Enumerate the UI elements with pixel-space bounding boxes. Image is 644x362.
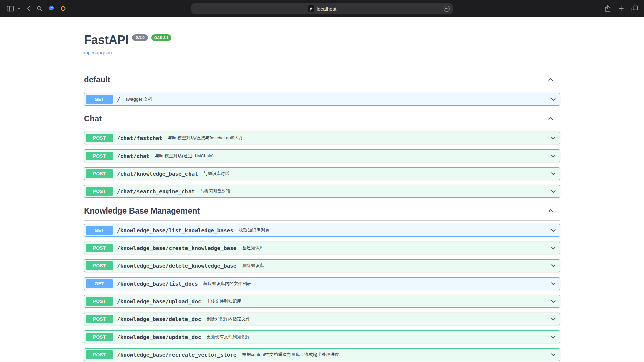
expand-endpoint-icon <box>550 245 557 251</box>
endpoint-path: /knowledge_base/create_knowledge_base <box>117 245 236 251</box>
endpoint-path: /knowledge_base/delete_knowledge_base <box>117 263 236 269</box>
orange-ring-extension-icon <box>60 6 66 11</box>
method-badge: POST <box>86 187 113 196</box>
expand-endpoint-icon <box>550 316 557 322</box>
endpoint-post-chat-search-engine-chat[interactable]: POST/chat/search_engine_chat与搜索引擎对话 <box>84 185 560 198</box>
method-badge: GET <box>86 95 113 104</box>
endpoint-path: /knowledge_base/list_knowledge_bases <box>117 227 233 234</box>
expand-endpoint-icon <box>550 188 557 195</box>
tag-section-knowledge-base-management: Knowledge Base ManagementGET/knowledge_b… <box>84 203 560 361</box>
chevron-down-icon <box>17 7 21 10</box>
endpoint-path: /chat/fastchat <box>117 135 162 141</box>
endpoint-description: 删除知识库内指定文件 <box>206 316 250 322</box>
expand-endpoint-icon <box>550 170 557 177</box>
method-badge: POST <box>86 261 113 270</box>
endpoint-post-chat-chat[interactable]: POST/chat/chat与llm模型对话(通过LLMChain) <box>84 149 560 162</box>
tag-section-default: defaultGET/swagger 文档 <box>84 72 560 106</box>
endpoint-description: 上传文件到知识库 <box>206 298 241 304</box>
method-badge: POST <box>86 297 113 306</box>
section-title: Chat <box>84 114 102 123</box>
endpoint-path: /knowledge_base/upload_doc <box>117 298 201 305</box>
operations-list: POST/chat/fastchat与llm模型对话(直接与fastchat a… <box>84 128 560 198</box>
endpoint-description: 创建知识库 <box>242 245 264 251</box>
toolbar-left-group <box>0 4 67 13</box>
endpoint-path: /knowledge_base/recreate_vector_store <box>117 352 236 358</box>
content-wrapper: FastAPI 0.1.0 OAS 3.1 /openapi.json defa… <box>77 33 567 361</box>
tab-overview-button[interactable] <box>630 4 639 13</box>
api-title-text: FastAPI <box>84 33 129 47</box>
collapse-section-icon <box>547 115 554 122</box>
method-badge: POST <box>86 152 113 160</box>
endpoint-post-chat-fastchat[interactable]: POST/chat/fastchat与llm模型对话(直接与fastchat a… <box>84 132 560 144</box>
endpoint-get-knowledge-base-list-docs[interactable]: GET/knowledge_base/list_docs获取知识库内的文件列表 <box>84 277 560 290</box>
chevron-left-icon <box>27 6 31 12</box>
site-favicon-icon <box>308 5 314 12</box>
browser-toolbar: localhost <box>0 0 644 17</box>
operations-list: GET/swagger 文档 <box>84 89 560 106</box>
endpoint-post-knowledge-base-create-knowledge-base[interactable]: POST/knowledge_base/create_knowledge_bas… <box>84 242 560 254</box>
endpoint-description: 根据content中文档重建向量库，流式输出处理进度。 <box>242 352 343 358</box>
page-settings-icon[interactable] <box>443 5 450 12</box>
openapi-spec-link[interactable]: /openapi.json <box>84 50 112 55</box>
collapse-section-icon <box>547 76 554 83</box>
endpoint-post-knowledge-base-recreate-vector-store[interactable]: POST/knowledge_base/recreate_vector_stor… <box>84 348 560 361</box>
expand-endpoint-icon <box>550 280 557 287</box>
endpoint-description: 与知识库对话 <box>203 171 229 177</box>
endpoint-get-knowledge-base-list-knowledge-bases[interactable]: GET/knowledge_base/list_knowledge_bases获… <box>84 224 560 237</box>
address-bar[interactable]: localhost <box>191 3 453 14</box>
endpoint-description: 与llm模型对话(通过LLMChain) <box>155 153 214 159</box>
method-badge: POST <box>86 350 113 359</box>
endpoint-description: 与搜索引擎对话 <box>200 188 230 194</box>
endpoint-path: /knowledge_base/delete_doc <box>117 316 201 322</box>
endpoint-post-knowledge-base-update-doc[interactable]: POST/knowledge_base/update_doc更新现有文件到知识库 <box>84 330 560 343</box>
tag-section-chat: ChatPOST/chat/fastchat与llm模型对话(直接与fastch… <box>84 111 560 198</box>
operations-list: GET/knowledge_base/list_knowledge_bases获… <box>84 221 560 361</box>
blue-extension-icon <box>49 6 54 11</box>
expand-endpoint-icon <box>550 153 557 159</box>
section-title: Knowledge Base Management <box>84 206 200 216</box>
section-title: default <box>84 75 110 84</box>
new-tab-button[interactable] <box>617 4 625 13</box>
expand-endpoint-icon <box>550 262 557 269</box>
endpoint-post-knowledge-base-delete-knowledge-base[interactable]: POST/knowledge_base/delete_knowledge_bas… <box>84 259 560 272</box>
endpoint-post-knowledge-base-upload-doc[interactable]: POST/knowledge_base/upload_doc上传文件到知识库 <box>84 295 560 308</box>
expand-endpoint-icon <box>550 334 557 340</box>
section-header-default[interactable]: default <box>84 72 560 89</box>
expand-endpoint-icon <box>550 298 557 305</box>
endpoint-description: 获取知识库列表 <box>239 227 269 233</box>
sidebar-toggle-button[interactable] <box>5 4 15 13</box>
address-text: localhost <box>317 6 336 12</box>
endpoint-description: 删除知识库 <box>242 263 264 269</box>
expand-endpoint-icon <box>550 96 557 103</box>
overlapping-squares-icon <box>631 5 638 12</box>
extension-orange-button[interactable] <box>59 4 67 13</box>
tab-groups-chevron-button[interactable] <box>16 6 22 11</box>
share-icon <box>605 5 611 12</box>
endpoint-description: 更新现有文件到知识库 <box>206 334 250 340</box>
swagger-ui-page: FastAPI 0.1.0 OAS 3.1 /openapi.json defa… <box>0 17 644 362</box>
endpoint-path: /chat/search_engine_chat <box>117 188 195 195</box>
api-title: FastAPI 0.1.0 OAS 3.1 <box>84 33 560 47</box>
extension-blue-button[interactable] <box>47 4 56 13</box>
endpoint-path: /chat/chat <box>117 153 149 159</box>
expand-endpoint-icon <box>550 351 557 358</box>
section-header-knowledge-base-management[interactable]: Knowledge Base Management <box>84 203 560 221</box>
search-button[interactable] <box>35 4 44 13</box>
sidebar-icon <box>7 6 14 12</box>
section-header-chat[interactable]: Chat <box>84 111 560 128</box>
back-button[interactable] <box>25 4 32 13</box>
endpoint-get-root[interactable]: GET/swagger 文档 <box>84 93 560 106</box>
endpoint-post-chat-knowledge-base-chat[interactable]: POST/chat/knowledge_base_chat与知识库对话 <box>84 167 560 180</box>
endpoint-path: / <box>117 96 120 103</box>
api-info: FastAPI 0.1.0 OAS 3.1 /openapi.json <box>84 33 560 56</box>
toolbar-right-group <box>603 0 639 17</box>
share-button[interactable] <box>603 4 612 13</box>
endpoint-description: 获取知识库内的文件列表 <box>203 281 251 287</box>
endpoint-description: 与llm模型对话(直接与fastchat api对话) <box>168 135 242 141</box>
endpoint-description: swagger 文档 <box>126 96 152 102</box>
method-badge: GET <box>86 226 113 235</box>
expand-endpoint-icon <box>550 135 557 141</box>
method-badge: POST <box>86 169 113 178</box>
oas-badge: OAS 3.1 <box>151 34 171 41</box>
endpoint-post-knowledge-base-delete-doc[interactable]: POST/knowledge_base/delete_doc删除知识库内指定文件 <box>84 313 560 325</box>
